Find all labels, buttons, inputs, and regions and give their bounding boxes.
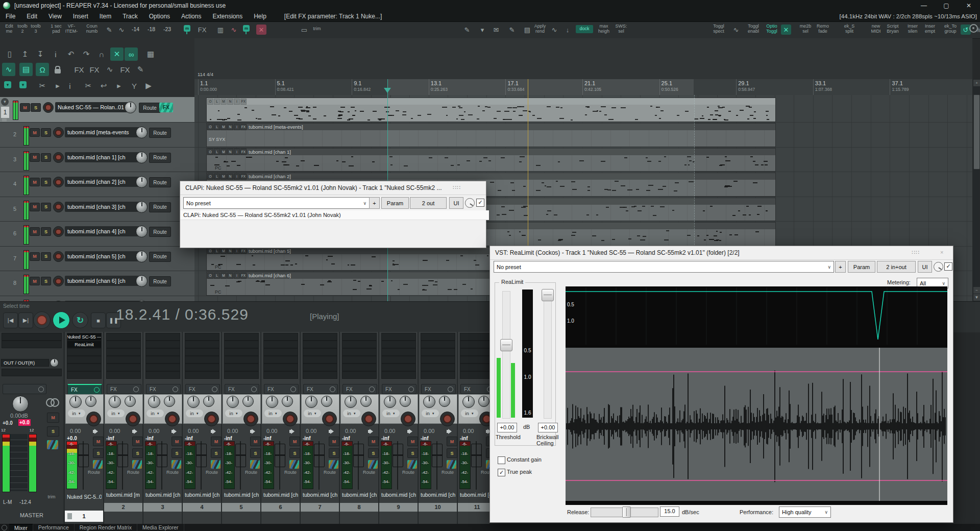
menu-options[interactable]: Options (143, 13, 176, 20)
item-link-icon[interactable]: ∞ (125, 47, 138, 61)
strip-route-button[interactable] (172, 460, 181, 469)
strip-volume-value[interactable]: 0.00 (266, 428, 277, 434)
input-selector[interactable]: in▼ (422, 409, 439, 417)
track-recarm-button[interactable] (53, 152, 64, 163)
fx-icon[interactable]: FX (240, 248, 247, 254)
toolbar-label[interactable]: Script Bryan (885, 24, 901, 34)
strip-pan-knob[interactable] (187, 396, 200, 408)
track-pan-knob[interactable] (136, 201, 148, 213)
envelope-link-icon[interactable]: ∿ (2, 63, 15, 76)
scroll-down-icon[interactable]: ▼ (973, 294, 980, 301)
loudness-preset-button[interactable]: -23 (163, 26, 171, 32)
tab-media-explorer[interactable]: Media Explorer (137, 524, 184, 531)
fx-slot[interactable] (303, 333, 337, 341)
mute-pin-icon[interactable]: ▾ (4, 81, 11, 88)
strip-solo-button[interactable]: S (447, 448, 457, 458)
track-pan-knob[interactable] (136, 226, 148, 237)
strip-fader[interactable] (314, 444, 325, 467)
strip-mute-button[interactable]: M (289, 437, 300, 446)
close-button[interactable]: ✕ (958, 0, 980, 11)
pencil-icon[interactable]: ✎ (507, 25, 517, 35)
speaker-icon[interactable] (448, 429, 454, 434)
mute-icon[interactable]: M (220, 149, 227, 155)
track-solo-button[interactable]: S (41, 178, 51, 186)
strip-width-knob[interactable] (85, 396, 96, 407)
strip-route-button[interactable] (329, 460, 338, 469)
snap-icon[interactable]: Ω (36, 63, 49, 76)
toolbar-label[interactable]: toolb 3 (29, 24, 43, 34)
track-recarm-button[interactable] (53, 276, 64, 286)
strip-fx-button[interactable]: FX (303, 384, 338, 394)
lock-icon[interactable]: L (214, 99, 220, 105)
fx-slot[interactable] (224, 371, 259, 379)
strip-width-knob[interactable] (242, 396, 254, 407)
strip-number[interactable]: 4 (183, 503, 221, 512)
strip-solo-button[interactable]: S (407, 448, 418, 458)
fx-slot[interactable] (224, 356, 259, 364)
mixer-strip-6[interactable]: FXin▼0.00-inf-6--18--30--42--54-MSRoutet… (261, 332, 300, 524)
speaker-icon[interactable] (173, 429, 179, 434)
io-button[interactable]: 2 out (410, 197, 447, 209)
clock-icon[interactable]: O (207, 149, 213, 155)
sws-label[interactable]: SWS: sel (614, 24, 629, 34)
lock-icon[interactable]: L (214, 273, 220, 279)
strip-recarm-button[interactable] (243, 412, 258, 426)
strip-mute-button[interactable]: M (132, 437, 143, 446)
fx-slot[interactable] (460, 371, 489, 379)
strip-name[interactable]: tubomi.mid [m (106, 492, 141, 498)
strip-number[interactable]: 7 (301, 503, 339, 512)
mute-icon[interactable]: M (220, 174, 227, 180)
threshold-value[interactable]: +0.00 (497, 423, 517, 432)
fx-slot[interactable] (185, 364, 219, 371)
fx-slot[interactable] (381, 341, 416, 348)
fx-slot[interactable] (342, 356, 377, 364)
ruler-time-label[interactable]: 1:15.789 (892, 87, 909, 92)
toolbar-label[interactable]: new MIDI (868, 24, 884, 34)
ruler-time-label[interactable]: 0:58.947 (738, 87, 755, 92)
input-selector[interactable]: in▼ (186, 409, 203, 417)
waveform-icon[interactable]: ∿ (103, 63, 116, 76)
envelope-icon[interactable]: ✉ (491, 25, 501, 35)
fx-slot[interactable] (185, 341, 219, 348)
mixer-strip-11[interactable]: FXin▼0.00-inf-6--18--30--42--54-MSRoutet… (457, 332, 489, 524)
strip-mute-button[interactable]: M (211, 437, 222, 446)
strip-fader[interactable] (275, 444, 285, 467)
fx-power-icon[interactable] (133, 387, 139, 392)
toolbar-label[interactable]: Inser silen (904, 24, 921, 34)
strip-width-knob[interactable] (282, 396, 293, 407)
strip-route-label[interactable]: Route (321, 470, 338, 475)
toolbar-label[interactable]: Inser empt (922, 24, 938, 34)
strip-width-knob[interactable] (203, 396, 214, 407)
fx-power-icon[interactable] (212, 387, 217, 392)
strip-volume-value[interactable]: 0.00 (149, 428, 159, 434)
toolbar-label[interactable]: ek_S split (841, 24, 857, 34)
strip-route-button[interactable] (407, 460, 417, 469)
track-name[interactable]: Nuked SC-55 — Rolan..01 (55, 102, 128, 112)
toolbar-label[interactable]: ek_To group (942, 24, 959, 34)
lock-icon[interactable]: L (214, 149, 220, 155)
fx-enable-checkbox[interactable]: ✓ (476, 199, 484, 207)
fx-slot[interactable] (145, 348, 180, 356)
strip-solo-button[interactable]: S (93, 448, 104, 458)
track-row-8[interactable]: 8MStubomi.mid [chan 6] [chRoute (0, 271, 194, 296)
strip-pan-knob[interactable] (69, 396, 82, 408)
strip-recarm-button[interactable] (361, 412, 376, 426)
fx-slot[interactable] (106, 333, 141, 341)
track-route-button[interactable]: Route (149, 227, 171, 237)
strip-mute-button[interactable]: M (486, 437, 489, 446)
master-solo-button[interactable]: S (47, 426, 59, 437)
track-solo-button[interactable]: S (41, 252, 51, 261)
strip-name[interactable]: tubomi.mid [ch (342, 492, 377, 498)
param-button[interactable]: Param (848, 261, 875, 273)
pin-remove-icon[interactable]: m (243, 25, 250, 32)
info-icon[interactable]: i (234, 124, 240, 130)
track-recarm-button[interactable] (53, 226, 64, 237)
dock-grip-icon[interactable]: ∷∷ (912, 249, 920, 256)
ruler-bar-label[interactable]: 1.1 (200, 80, 208, 86)
strip-number[interactable]: 1 (65, 511, 103, 522)
nudge-icon[interactable]: ▸ (112, 79, 126, 92)
fx-slot[interactable] (342, 333, 377, 341)
track-name[interactable]: tubomi.mid [chan 5] [ch (65, 251, 140, 261)
speaker-icon[interactable] (409, 429, 415, 434)
toolbar-label[interactable]: toolb 2 (15, 24, 30, 34)
